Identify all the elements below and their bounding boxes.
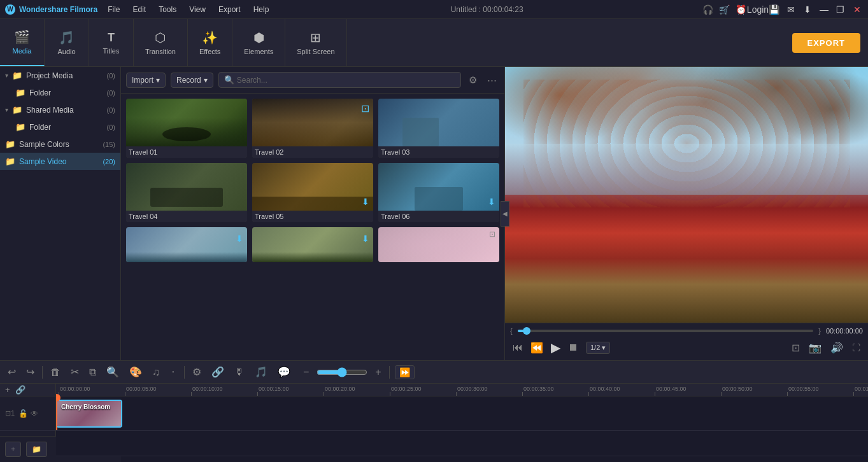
redo-button[interactable]: ↪: [24, 365, 37, 379]
sidebar-item-sample-colors[interactable]: 📁 Sample Colors (15): [0, 136, 120, 153]
volume-button[interactable]: 🔊: [828, 340, 846, 355]
download-icon-06: ⬇: [488, 197, 495, 207]
media-thumb-travel02[interactable]: Travel 02 ⊡: [252, 99, 373, 158]
menu-export[interactable]: Export: [216, 5, 243, 14]
sidebar-item-project-media[interactable]: ▾ 📁 Project Media (0): [0, 67, 120, 84]
ruler-label-8: 00:00:40:00: [588, 386, 620, 392]
sidebar-row-left: ▾ 📁 Project Media: [5, 71, 73, 80]
sample-video-section: 📁 Sample Video (20): [0, 153, 120, 170]
toolbar-separator-2: [184, 366, 185, 379]
record-dropdown[interactable]: Record ▾: [171, 73, 213, 88]
media-thumb-travel01[interactable]: Travel 01: [126, 99, 247, 158]
media-thumb-travel06[interactable]: Travel 06 ⬇: [378, 163, 499, 222]
record-chevron-icon: ▾: [204, 76, 208, 85]
subtitle-button[interactable]: 💬: [275, 365, 293, 379]
media-thumb-travel07[interactable]: ⬇: [126, 227, 247, 262]
media-thumb-travel03[interactable]: Travel 03: [378, 99, 499, 158]
clock-icon[interactable]: ⏰: [736, 4, 747, 15]
step-back-button[interactable]: ⏪: [528, 340, 546, 355]
audio-enhance-button[interactable]: ♫: [150, 365, 162, 379]
snapshot-button[interactable]: 📷: [806, 340, 824, 355]
skip-back-button[interactable]: ⏮: [510, 340, 525, 354]
menu-tools[interactable]: Tools: [156, 5, 179, 14]
elements-icon: ⬢: [253, 30, 264, 45]
import-dropdown[interactable]: Import ▾: [126, 73, 166, 88]
link-track-button[interactable]: 🔗: [15, 385, 25, 395]
menu-help[interactable]: Help: [251, 5, 272, 14]
close-button[interactable]: ✕: [851, 4, 863, 15]
effects-icon: ✨: [202, 30, 218, 45]
toolbar-elements[interactable]: ⬢ Elements: [232, 19, 285, 66]
ruler-tick-2: [191, 392, 192, 396]
video-visibility-button[interactable]: 👁: [31, 409, 38, 418]
crop-button[interactable]: ⧉: [87, 365, 99, 379]
mic-button[interactable]: 🎙: [232, 365, 247, 379]
download-icon[interactable]: ⬇: [802, 4, 813, 15]
maximize-button[interactable]: ❐: [835, 4, 846, 15]
ruler-tick-4: [324, 392, 324, 396]
save-icon[interactable]: 💾: [769, 4, 780, 15]
add-track-button[interactable]: +: [5, 385, 10, 395]
preview-speed-select[interactable]: 1/2 ▾: [586, 342, 610, 354]
stop-button[interactable]: ⏹: [566, 340, 581, 354]
color-button[interactable]: 🎨: [127, 365, 145, 379]
audio-track-button[interactable]: 🎵: [252, 365, 270, 379]
zoom-button[interactable]: 🔍: [104, 365, 122, 379]
grid-view-icon[interactable]: ⋯: [485, 73, 499, 87]
plus-zoom-button[interactable]: +: [373, 365, 383, 379]
filter-icon[interactable]: ⚙: [466, 73, 480, 87]
ruler-label-1: 00:00:05:00: [125, 386, 157, 392]
toolbar-media[interactable]: 🎬 Media: [0, 19, 45, 66]
sidebar-item-shared-media[interactable]: ▾ 📁 Shared Media (0): [0, 101, 120, 118]
search-input[interactable]: [237, 76, 455, 85]
main-area: ▾ 📁 Project Media (0) 📁 Folder (0) ▾ 📁: [0, 67, 868, 360]
split-button[interactable]: ⬝: [167, 365, 179, 379]
cart-icon[interactable]: 🛒: [719, 4, 730, 15]
toolbar-transition[interactable]: ⬡ Transition: [134, 19, 188, 66]
sidebar-item-project-folder[interactable]: 📁 Folder (0): [0, 84, 120, 101]
minus-zoom-button[interactable]: −: [301, 365, 311, 379]
toolbar-titles[interactable]: T Titles: [89, 19, 134, 66]
ruler-mark-0: 00:00:00:00: [59, 386, 125, 396]
titlebar-right: 🎧 🛒 ⏰ Login 💾 ✉ ⬇ — ❐ ✕: [702, 4, 863, 15]
folder-icon-project-child: 📁: [15, 88, 25, 97]
zoom-slider[interactable]: [317, 367, 367, 377]
video-lock-button[interactable]: 🔓: [18, 409, 28, 418]
ruler-tick-10: [721, 392, 722, 396]
mail-icon[interactable]: ✉: [785, 4, 797, 15]
sidebar-item-sample-video[interactable]: 📁 Sample Video (20): [0, 153, 120, 170]
audio-track-lane: [56, 431, 868, 456]
toolbar-audio-label: Audio: [57, 48, 75, 55]
toolbar-effects[interactable]: ✨ Effects: [188, 19, 232, 66]
headphones-icon[interactable]: 🎧: [702, 4, 714, 15]
delete-button[interactable]: 🗑: [48, 365, 63, 379]
toolbar-splitscreen[interactable]: ⊞ Split Screen: [285, 19, 346, 66]
media-thumb-travel08[interactable]: ⬇: [252, 227, 373, 262]
preview-progress-bar[interactable]: [518, 330, 814, 332]
fullscreen-button[interactable]: ⛶: [850, 342, 863, 354]
minimize-button[interactable]: —: [818, 4, 830, 15]
media-thumb-travel05[interactable]: Travel 05 ⬇: [252, 163, 373, 222]
sidebar-item-shared-folder[interactable]: 📁 Folder (0): [0, 118, 120, 136]
ruler-tick-11: [787, 392, 788, 396]
media-thumb-travel04[interactable]: Travel 04: [126, 163, 247, 222]
play-button[interactable]: ▶: [548, 339, 563, 356]
collapse-panel-button[interactable]: ◀: [501, 201, 509, 227]
menu-edit[interactable]: Edit: [130, 5, 148, 14]
full-view-button[interactable]: ⊡: [789, 340, 802, 355]
settings-button[interactable]: ⚙: [190, 365, 204, 379]
undo-button[interactable]: ↩: [5, 365, 18, 379]
timeline-clip-cherry[interactable]: Cherry Blossom: [56, 400, 122, 428]
menu-view[interactable]: View: [187, 5, 208, 14]
shared-media-label: Shared Media: [26, 106, 74, 115]
progress-dot: [523, 327, 530, 335]
video-track-controls: 🔓 👁: [18, 409, 38, 418]
speed-ramp-button[interactable]: ⏩: [395, 365, 415, 379]
toolbar-audio[interactable]: 🎵 Audio: [45, 19, 89, 66]
cut-button[interactable]: ✂: [68, 365, 82, 379]
export-button[interactable]: EXPORT: [792, 33, 860, 53]
menu-file[interactable]: File: [105, 5, 122, 14]
media-thumb-travel09[interactable]: ⊡: [378, 227, 499, 262]
login-button[interactable]: Login: [752, 4, 764, 15]
snap-button[interactable]: 🔗: [209, 365, 227, 379]
